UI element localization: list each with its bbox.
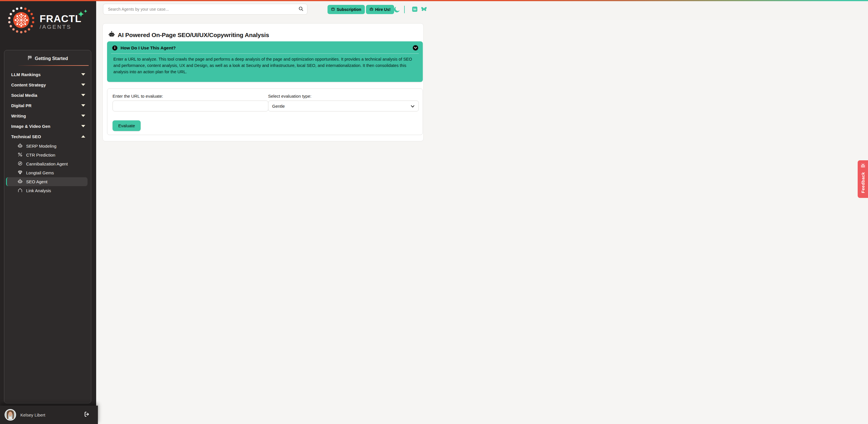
chevron-down-icon xyxy=(81,104,85,107)
topbar-divider xyxy=(404,6,405,13)
percent-icon xyxy=(18,152,23,158)
chevron-down-icon xyxy=(81,84,85,86)
home-icon xyxy=(18,188,23,194)
search-box xyxy=(103,4,307,15)
chevron-up-icon xyxy=(81,135,85,138)
sidebar-item-technical-seo[interactable]: Technical SEO xyxy=(4,131,91,142)
sidebar-subitem-serp-modeling[interactable]: SERP Modeling xyxy=(6,142,88,150)
sidebar-subitem-link-analysis[interactable]: Link Analysis xyxy=(6,186,88,195)
evaluation-form: Enter the URL to evaluate: Select evalua… xyxy=(107,88,423,135)
fractl-snowflake-icon xyxy=(7,6,37,36)
briefcase-icon xyxy=(369,7,373,12)
compass-icon xyxy=(18,161,23,167)
section-title: Getting Started xyxy=(35,56,68,61)
evaluation-type-select[interactable]: Gentle xyxy=(268,101,419,111)
robot-icon xyxy=(18,143,23,149)
sidebar-subitem-cannibalization-agent[interactable]: Cannibalization Agent xyxy=(6,160,88,168)
subscription-button[interactable]: Subscription xyxy=(328,5,365,14)
chevron-down-icon xyxy=(81,73,85,76)
sidebar-item-image-video-gen[interactable]: Image & Video Gen xyxy=(4,121,91,131)
sidebar-item-llm-rankings[interactable]: LLM Rankings xyxy=(4,69,91,80)
url-label: Enter the URL to evaluate: xyxy=(113,94,163,98)
sidebar-nav: LLM Rankings Content Strategy Social Med… xyxy=(4,69,91,195)
evaluation-type-label: Select evaluation type: xyxy=(268,94,311,98)
top-accent-border xyxy=(0,0,434,1)
subscription-card-icon xyxy=(331,7,335,12)
chevron-down-icon xyxy=(81,94,85,96)
help-body-text: Enter a URL to analyze. This tool crawls… xyxy=(107,54,423,75)
gem-icon xyxy=(18,170,23,176)
checkered-flag-icon xyxy=(27,55,32,61)
chevron-down-icon xyxy=(81,125,85,127)
robot-icon xyxy=(18,179,23,185)
robot-icon xyxy=(108,31,115,39)
getting-started-header: Getting Started xyxy=(4,55,91,61)
sidebar-item-content-strategy[interactable]: Content Strategy xyxy=(4,80,91,90)
sidebar-subitem-ctr-prediction[interactable]: CTR Prediction xyxy=(6,150,88,160)
select-chevron-down-icon xyxy=(411,104,414,109)
dark-mode-moon-icon[interactable] xyxy=(393,6,401,15)
agent-card: AI Powered On-Page SEO/UI/UX/Copywriting… xyxy=(102,23,424,141)
chevron-down-icon xyxy=(81,115,85,117)
how-to-use-header[interactable]: i How Do I Use This Agent? xyxy=(107,41,423,51)
info-icon: i xyxy=(112,46,117,51)
topbar: Subscription Hire Us! in xyxy=(96,1,434,20)
sidebar-item-digital-pr[interactable]: Digital PR xyxy=(4,100,91,111)
linkedin-icon[interactable]: in xyxy=(412,7,417,12)
bluesky-butterfly-icon[interactable] xyxy=(421,6,427,13)
hire-us-button[interactable]: Hire Us! xyxy=(366,5,394,14)
sidebar-item-writing[interactable]: Writing xyxy=(4,111,91,121)
page: FRACTL /AGENTS xyxy=(0,0,434,212)
search-input[interactable] xyxy=(108,7,298,11)
page-title: AI Powered On-Page SEO/UI/UX/Copywriting… xyxy=(103,24,423,39)
search-icon[interactable] xyxy=(298,6,304,12)
sidebar-subitem-longtail-gems[interactable]: Longtail Gems xyxy=(6,168,88,177)
collapse-chevron-icon[interactable] xyxy=(413,45,418,51)
sidebar-subitem-seo-agent[interactable]: SEO Agent xyxy=(6,177,88,186)
technical-seo-subnav: SERP Modeling CTR Prediction xyxy=(4,142,91,195)
sparkles-icon xyxy=(76,9,89,22)
how-to-use-panel: i How Do I Use This Agent? Enter a URL t… xyxy=(107,41,423,82)
brand-name: FRACTL /AGENTS xyxy=(40,12,82,30)
url-input[interactable] xyxy=(113,101,268,111)
section-divider xyxy=(18,65,89,66)
evaluate-button[interactable]: Evaluate xyxy=(113,120,141,131)
getting-started-panel: Getting Started LLM Rankings Content Str… xyxy=(4,50,91,212)
sidebar-item-social-media[interactable]: Social Media xyxy=(4,90,91,100)
sidebar: FRACTL /AGENTS xyxy=(0,1,96,212)
brand-logo[interactable]: FRACTL /AGENTS xyxy=(7,6,82,36)
